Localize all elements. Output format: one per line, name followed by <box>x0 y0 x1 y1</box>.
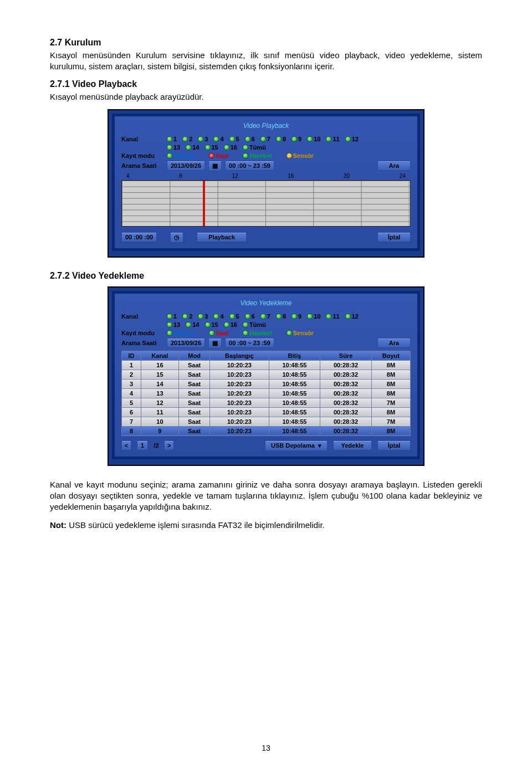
mode-sensor[interactable]: Sensör <box>287 152 314 159</box>
section-271-title: 2.7.1 Video Playback <box>50 79 482 89</box>
video-playback-screenshot: Video Playback Kanal 1 2 3 4 5 6 7 8 9 1… <box>108 109 424 258</box>
channel-3[interactable]: 3 <box>198 313 208 320</box>
mode-manuel[interactable]: Manuel <box>167 330 195 336</box>
ara-button[interactable]: Ara <box>377 338 411 348</box>
channel-14[interactable]: 14 <box>186 321 199 328</box>
channel-all[interactable]: Tümü <box>243 321 266 328</box>
channel-4[interactable]: 4 <box>213 313 223 320</box>
mode-hareket[interactable]: Hareket <box>243 152 272 159</box>
pager-total: /2 <box>154 442 158 449</box>
time-range-input[interactable]: 00 :00 ~ 23 :59 <box>225 338 274 348</box>
channel-8[interactable]: 8 <box>276 313 286 320</box>
arama-saati-label: Arama Saati <box>121 340 167 346</box>
section-27-body: Kısayol menüsünden Kurulum servisine tık… <box>50 50 482 73</box>
ara-button[interactable]: Ara <box>377 161 411 171</box>
video-backup-screenshot: Video Yedekleme Kanal 1 2 3 4 5 6 7 8 9 … <box>108 286 424 466</box>
table-row-selected[interactable]: 89Saat10:20:2310:48:5500:28:328M <box>122 426 411 435</box>
channel-1[interactable]: 1 <box>167 313 177 320</box>
channel-15[interactable]: 15 <box>205 144 218 151</box>
page-number: 13 <box>0 744 532 752</box>
channel-11[interactable]: 11 <box>326 313 339 320</box>
panel-title: Video Yedekleme <box>121 297 411 311</box>
channel-7[interactable]: 7 <box>260 136 270 142</box>
cancel-button[interactable]: İptal <box>377 232 411 242</box>
channel-12[interactable]: 12 <box>345 313 359 320</box>
mode-hareket[interactable]: Hareket <box>243 330 272 336</box>
calendar-icon[interactable]: ▦ <box>208 161 222 171</box>
channel-1[interactable]: 1 <box>167 136 177 142</box>
pager-prev[interactable]: < <box>121 440 131 450</box>
channel-2[interactable]: 2 <box>182 313 192 320</box>
channel-4[interactable]: 4 <box>213 136 223 142</box>
table-row[interactable]: 314Saat10:20:2310:48:5500:28:328M <box>122 379 411 388</box>
section-272-body: Kanal ve kayıt modunu seçiniz; arama zam… <box>50 479 482 513</box>
channel-9[interactable]: 9 <box>291 313 301 320</box>
channel-10[interactable]: 10 <box>307 136 320 142</box>
channel-10[interactable]: 10 <box>307 313 320 320</box>
current-time: 00 :00 :00 <box>121 232 157 242</box>
note-body: USB sürücü yedekleme işlemi sırasında FA… <box>66 520 325 530</box>
table-row[interactable]: 611Saat10:20:2310:48:5500:28:328M <box>122 407 411 417</box>
channel-16[interactable]: 16 <box>224 144 237 151</box>
channel-7[interactable]: 7 <box>260 313 270 320</box>
channel-13[interactable]: 13 <box>167 321 180 328</box>
results-table: ID Kanal Mod Başlangıç Bitiş Süre Boyut … <box>121 351 411 436</box>
yedekle-button[interactable]: Yedekle <box>333 440 372 450</box>
section-27-title: 2.7 Kurulum <box>50 38 482 48</box>
channel-12[interactable]: 12 <box>345 136 359 142</box>
table-row[interactable]: 413Saat10:20:2310:48:5500:28:328M <box>122 388 411 398</box>
kayit-modu-label: Kayıt modu <box>121 152 167 159</box>
kanal-label: Kanal <box>121 313 167 320</box>
channel-13[interactable]: 13 <box>167 144 180 151</box>
timeline-grid[interactable]: 4 8 12 16 20 24 <box>121 180 411 227</box>
date-input[interactable]: 2013/09/26 <box>167 338 205 348</box>
channel-15[interactable]: 15 <box>205 321 218 328</box>
pager-page[interactable]: 1 <box>137 440 148 450</box>
iptal-button[interactable]: İptal <box>377 440 411 450</box>
playback-button[interactable]: Playback <box>197 232 247 242</box>
timeline-cursor[interactable] <box>203 181 205 226</box>
table-row[interactable]: 512Saat10:20:2310:48:5500:28:327M <box>122 398 411 407</box>
kayit-modu-label: Kayıt modu <box>121 330 167 336</box>
clock-icon[interactable]: ◷ <box>170 232 183 243</box>
section-271-body: Kısayol menüsünde playback arayüzüdür. <box>50 91 482 102</box>
time-range-input[interactable]: 00 :00 ~ 23 :59 <box>225 161 274 171</box>
channel-6[interactable]: 6 <box>245 313 255 320</box>
channel-16[interactable]: 16 <box>224 321 237 328</box>
mode-sensor[interactable]: Sensör <box>287 330 314 336</box>
table-header-row: ID Kanal Mod Başlangıç Bitiş Süre Boyut <box>122 351 411 360</box>
kanal-label: Kanal <box>121 136 167 142</box>
channel-5[interactable]: 5 <box>229 136 239 142</box>
note: Not: USB sürücü yedekleme işlemi sırasın… <box>50 520 482 531</box>
date-input[interactable]: 2013/09/26 <box>167 161 205 171</box>
channel-6[interactable]: 6 <box>245 136 255 142</box>
channel-11[interactable]: 11 <box>326 136 339 142</box>
mode-manuel[interactable]: Manuel <box>167 152 195 159</box>
pager-next[interactable]: > <box>164 440 174 450</box>
mode-saat[interactable]: Saat <box>209 152 228 159</box>
calendar-icon[interactable]: ▦ <box>208 338 222 348</box>
channel-5[interactable]: 5 <box>229 313 239 320</box>
panel-title: Video Playback <box>121 120 411 134</box>
arama-saati-label: Arama Saati <box>121 162 167 169</box>
channel-14[interactable]: 14 <box>186 144 199 151</box>
note-label: Not: <box>50 520 66 530</box>
channel-all[interactable]: Tümü <box>243 144 266 151</box>
channel-8[interactable]: 8 <box>276 136 286 142</box>
channel-3[interactable]: 3 <box>198 136 208 142</box>
channel-9[interactable]: 9 <box>291 136 301 142</box>
channel-2[interactable]: 2 <box>182 136 192 142</box>
table-row[interactable]: 215Saat10:20:2310:48:5500:28:328M <box>122 370 411 379</box>
table-row[interactable]: 710Saat10:20:2310:48:5500:28:327M <box>122 417 411 426</box>
storage-select[interactable]: USB Depolama ▾ <box>265 440 328 451</box>
table-row[interactable]: 116Saat10:20:2310:48:5500:28:328M <box>122 360 411 370</box>
section-272-title: 2.7.2 Video Yedekleme <box>50 271 482 281</box>
mode-saat[interactable]: Saat <box>209 330 228 336</box>
